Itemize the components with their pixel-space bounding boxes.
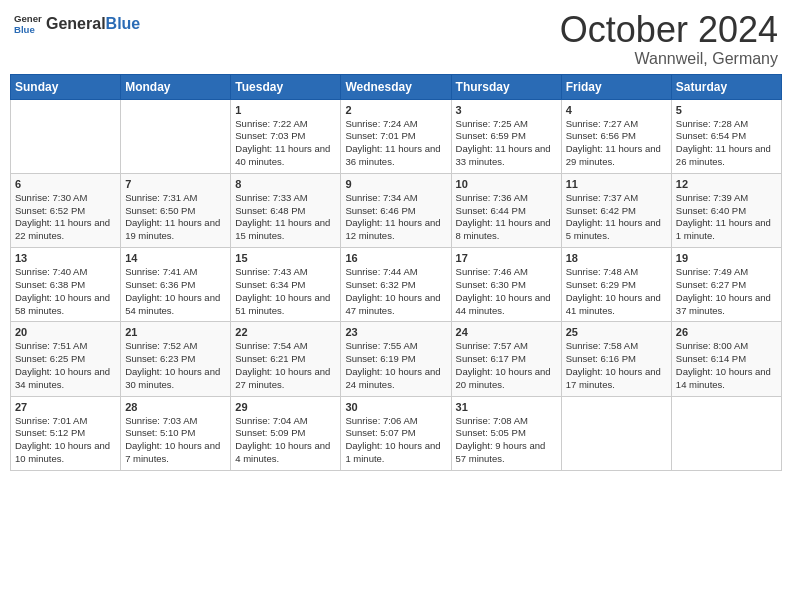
calendar-week-row: 13Sunrise: 7:40 AMSunset: 6:38 PMDayligh… <box>11 248 782 322</box>
day-info: Sunrise: 7:49 AMSunset: 6:27 PMDaylight:… <box>676 266 777 317</box>
calendar-cell: 8Sunrise: 7:33 AMSunset: 6:48 PMDaylight… <box>231 173 341 247</box>
day-number: 30 <box>345 401 446 413</box>
calendar-cell: 16Sunrise: 7:44 AMSunset: 6:32 PMDayligh… <box>341 248 451 322</box>
day-number: 8 <box>235 178 336 190</box>
day-number: 14 <box>125 252 226 264</box>
calendar-cell: 3Sunrise: 7:25 AMSunset: 6:59 PMDaylight… <box>451 99 561 173</box>
logo: General Blue GeneralBlue <box>14 10 140 38</box>
day-info: Sunrise: 7:46 AMSunset: 6:30 PMDaylight:… <box>456 266 557 317</box>
weekday-header-saturday: Saturday <box>671 74 781 99</box>
weekday-header-wednesday: Wednesday <box>341 74 451 99</box>
calendar-cell: 21Sunrise: 7:52 AMSunset: 6:23 PMDayligh… <box>121 322 231 396</box>
calendar-table: SundayMondayTuesdayWednesdayThursdayFrid… <box>10 74 782 471</box>
calendar-week-row: 20Sunrise: 7:51 AMSunset: 6:25 PMDayligh… <box>11 322 782 396</box>
day-number: 31 <box>456 401 557 413</box>
weekday-header-thursday: Thursday <box>451 74 561 99</box>
day-info: Sunrise: 7:33 AMSunset: 6:48 PMDaylight:… <box>235 192 336 243</box>
weekday-header-sunday: Sunday <box>11 74 121 99</box>
day-info: Sunrise: 7:31 AMSunset: 6:50 PMDaylight:… <box>125 192 226 243</box>
day-info: Sunrise: 7:37 AMSunset: 6:42 PMDaylight:… <box>566 192 667 243</box>
calendar-cell: 7Sunrise: 7:31 AMSunset: 6:50 PMDaylight… <box>121 173 231 247</box>
day-number: 15 <box>235 252 336 264</box>
day-number: 18 <box>566 252 667 264</box>
day-info: Sunrise: 7:01 AMSunset: 5:12 PMDaylight:… <box>15 415 116 466</box>
calendar-week-row: 6Sunrise: 7:30 AMSunset: 6:52 PMDaylight… <box>11 173 782 247</box>
calendar-cell: 22Sunrise: 7:54 AMSunset: 6:21 PMDayligh… <box>231 322 341 396</box>
day-number: 6 <box>15 178 116 190</box>
day-number: 23 <box>345 326 446 338</box>
day-info: Sunrise: 7:24 AMSunset: 7:01 PMDaylight:… <box>345 118 446 169</box>
day-number: 7 <box>125 178 226 190</box>
day-info: Sunrise: 7:03 AMSunset: 5:10 PMDaylight:… <box>125 415 226 466</box>
calendar-cell: 20Sunrise: 7:51 AMSunset: 6:25 PMDayligh… <box>11 322 121 396</box>
day-number: 17 <box>456 252 557 264</box>
header: General Blue GeneralBlue October 2024 Wa… <box>10 10 782 68</box>
day-number: 26 <box>676 326 777 338</box>
day-info: Sunrise: 7:30 AMSunset: 6:52 PMDaylight:… <box>15 192 116 243</box>
calendar-cell: 5Sunrise: 7:28 AMSunset: 6:54 PMDaylight… <box>671 99 781 173</box>
day-number: 3 <box>456 104 557 116</box>
calendar-cell: 19Sunrise: 7:49 AMSunset: 6:27 PMDayligh… <box>671 248 781 322</box>
day-info: Sunrise: 7:25 AMSunset: 6:59 PMDaylight:… <box>456 118 557 169</box>
day-number: 2 <box>345 104 446 116</box>
calendar-cell: 9Sunrise: 7:34 AMSunset: 6:46 PMDaylight… <box>341 173 451 247</box>
calendar-week-row: 27Sunrise: 7:01 AMSunset: 5:12 PMDayligh… <box>11 396 782 470</box>
day-number: 28 <box>125 401 226 413</box>
calendar-cell: 2Sunrise: 7:24 AMSunset: 7:01 PMDaylight… <box>341 99 451 173</box>
calendar-cell: 4Sunrise: 7:27 AMSunset: 6:56 PMDaylight… <box>561 99 671 173</box>
calendar-week-row: 1Sunrise: 7:22 AMSunset: 7:03 PMDaylight… <box>11 99 782 173</box>
day-info: Sunrise: 7:43 AMSunset: 6:34 PMDaylight:… <box>235 266 336 317</box>
calendar-cell <box>11 99 121 173</box>
day-info: Sunrise: 7:28 AMSunset: 6:54 PMDaylight:… <box>676 118 777 169</box>
day-number: 16 <box>345 252 446 264</box>
month-title: October 2024 <box>560 10 778 50</box>
calendar-cell <box>121 99 231 173</box>
calendar-cell: 12Sunrise: 7:39 AMSunset: 6:40 PMDayligh… <box>671 173 781 247</box>
day-number: 24 <box>456 326 557 338</box>
day-info: Sunrise: 7:36 AMSunset: 6:44 PMDaylight:… <box>456 192 557 243</box>
calendar-cell: 17Sunrise: 7:46 AMSunset: 6:30 PMDayligh… <box>451 248 561 322</box>
day-info: Sunrise: 7:52 AMSunset: 6:23 PMDaylight:… <box>125 340 226 391</box>
calendar-cell <box>671 396 781 470</box>
day-number: 21 <box>125 326 226 338</box>
calendar-cell: 23Sunrise: 7:55 AMSunset: 6:19 PMDayligh… <box>341 322 451 396</box>
day-number: 9 <box>345 178 446 190</box>
calendar-cell: 13Sunrise: 7:40 AMSunset: 6:38 PMDayligh… <box>11 248 121 322</box>
svg-text:Blue: Blue <box>14 24 35 35</box>
day-info: Sunrise: 8:00 AMSunset: 6:14 PMDaylight:… <box>676 340 777 391</box>
calendar-cell: 30Sunrise: 7:06 AMSunset: 5:07 PMDayligh… <box>341 396 451 470</box>
day-info: Sunrise: 7:48 AMSunset: 6:29 PMDaylight:… <box>566 266 667 317</box>
calendar-cell: 29Sunrise: 7:04 AMSunset: 5:09 PMDayligh… <box>231 396 341 470</box>
weekday-header-row: SundayMondayTuesdayWednesdayThursdayFrid… <box>11 74 782 99</box>
calendar-cell: 10Sunrise: 7:36 AMSunset: 6:44 PMDayligh… <box>451 173 561 247</box>
day-number: 25 <box>566 326 667 338</box>
calendar-cell: 1Sunrise: 7:22 AMSunset: 7:03 PMDaylight… <box>231 99 341 173</box>
day-info: Sunrise: 7:54 AMSunset: 6:21 PMDaylight:… <box>235 340 336 391</box>
logo-icon: General Blue <box>14 10 42 38</box>
svg-text:General: General <box>14 13 42 24</box>
calendar-cell: 15Sunrise: 7:43 AMSunset: 6:34 PMDayligh… <box>231 248 341 322</box>
day-number: 19 <box>676 252 777 264</box>
day-info: Sunrise: 7:57 AMSunset: 6:17 PMDaylight:… <box>456 340 557 391</box>
day-info: Sunrise: 7:08 AMSunset: 5:05 PMDaylight:… <box>456 415 557 466</box>
day-info: Sunrise: 7:22 AMSunset: 7:03 PMDaylight:… <box>235 118 336 169</box>
calendar-cell: 28Sunrise: 7:03 AMSunset: 5:10 PMDayligh… <box>121 396 231 470</box>
day-number: 12 <box>676 178 777 190</box>
calendar-cell: 6Sunrise: 7:30 AMSunset: 6:52 PMDaylight… <box>11 173 121 247</box>
weekday-header-monday: Monday <box>121 74 231 99</box>
day-info: Sunrise: 7:58 AMSunset: 6:16 PMDaylight:… <box>566 340 667 391</box>
day-number: 20 <box>15 326 116 338</box>
day-info: Sunrise: 7:41 AMSunset: 6:36 PMDaylight:… <box>125 266 226 317</box>
day-number: 5 <box>676 104 777 116</box>
logo-text: GeneralBlue <box>46 16 140 32</box>
day-info: Sunrise: 7:40 AMSunset: 6:38 PMDaylight:… <box>15 266 116 317</box>
day-info: Sunrise: 7:51 AMSunset: 6:25 PMDaylight:… <box>15 340 116 391</box>
weekday-header-friday: Friday <box>561 74 671 99</box>
location-title: Wannweil, Germany <box>560 50 778 68</box>
day-number: 29 <box>235 401 336 413</box>
calendar-cell: 26Sunrise: 8:00 AMSunset: 6:14 PMDayligh… <box>671 322 781 396</box>
weekday-header-tuesday: Tuesday <box>231 74 341 99</box>
calendar-cell: 24Sunrise: 7:57 AMSunset: 6:17 PMDayligh… <box>451 322 561 396</box>
day-info: Sunrise: 7:34 AMSunset: 6:46 PMDaylight:… <box>345 192 446 243</box>
calendar-cell <box>561 396 671 470</box>
